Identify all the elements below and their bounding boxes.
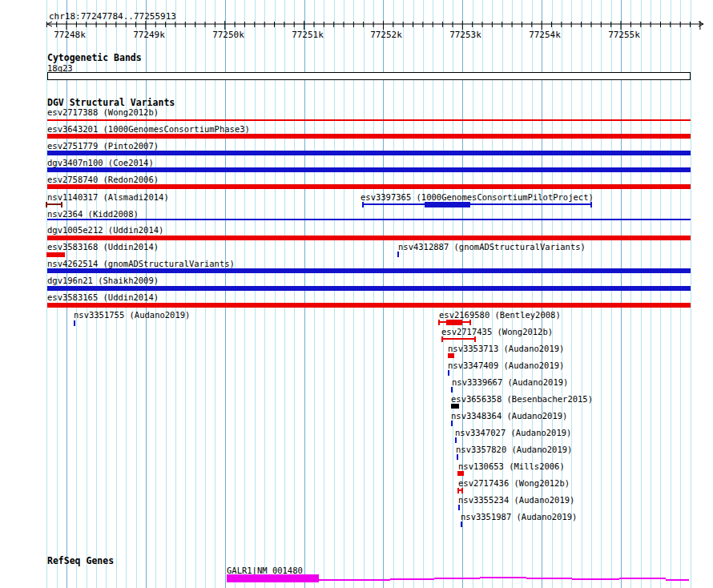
ibeam-end-tick xyxy=(590,202,592,207)
variant-label[interactable]: esv2751779 (Pinto2007) xyxy=(47,141,159,151)
variant-glyph-ibeam[interactable] xyxy=(441,336,476,342)
variant-glyph-bar[interactable] xyxy=(47,286,691,291)
gridline-minor xyxy=(166,0,167,588)
variant-glyph-ibeam[interactable] xyxy=(457,488,463,493)
gene-intron-line xyxy=(390,578,434,580)
gridline-minor xyxy=(691,0,691,588)
gridline-minor xyxy=(660,0,661,588)
variant-label[interactable]: esv3643201 (1000GenomesConsortiumPhase3) xyxy=(47,124,250,134)
cytoband-glyph xyxy=(47,72,691,80)
section-header-cytogenetic-bands: Cytogenetic Bands xyxy=(47,53,142,63)
variant-label[interactable]: dgv196n21 (Shaikh2009) xyxy=(47,276,159,285)
variant-glyph-bar[interactable] xyxy=(47,236,691,240)
section-header-refseq-genes: RefSeq Genes xyxy=(47,556,114,566)
variant-label[interactable]: esv2758740 (Redon2006) xyxy=(47,175,159,184)
variant-label[interactable]: nsv3357820 (Audano2019) xyxy=(456,445,572,454)
variant-glyph-tick[interactable] xyxy=(74,320,75,326)
variant-label[interactable]: dgv1005e212 (Uddin2014) xyxy=(47,225,163,235)
gridline-minor xyxy=(244,0,245,588)
gridline-minor xyxy=(443,0,444,588)
gene-exon-box[interactable] xyxy=(227,574,319,582)
gridline-minor xyxy=(255,0,256,588)
ibeam-end-tick xyxy=(438,320,440,325)
variant-glyph-bar[interactable] xyxy=(448,353,454,358)
variant-label[interactable]: esv2717436 (Wong2012b) xyxy=(458,478,570,488)
variant-glyph-ibeam[interactable] xyxy=(46,202,62,207)
variant-glyph-hline[interactable] xyxy=(47,119,691,121)
variant-label[interactable]: esv3656358 (Besenbacher2015) xyxy=(451,394,593,404)
variant-glyph-bar[interactable] xyxy=(47,184,691,189)
variant-glyph-bar[interactable] xyxy=(47,134,691,139)
variant-glyph-bar[interactable] xyxy=(47,167,691,172)
gridline-minor xyxy=(175,0,176,588)
ruler-tick-label: 77250k xyxy=(212,30,244,40)
ibeam-end-tick xyxy=(362,202,364,207)
gridline-minor xyxy=(185,0,186,588)
ruler-tick-label: 77252k xyxy=(370,30,402,40)
gridline-minor xyxy=(453,0,453,588)
variant-label[interactable]: esv2717388 (Wong2012b) xyxy=(47,107,159,117)
ruler-tick-label: 77251k xyxy=(292,30,324,40)
gridline-minor xyxy=(284,0,285,588)
gridline-major xyxy=(304,0,305,588)
gridline-major xyxy=(621,0,622,588)
variant-glyph-tick[interactable] xyxy=(448,370,449,376)
variant-label[interactable]: nsv3347027 (Audano2019) xyxy=(455,428,571,437)
variant-glyph-tick[interactable] xyxy=(451,421,453,426)
gridline-minor xyxy=(582,0,582,588)
variant-label[interactable]: nsv3351987 (Audano2019) xyxy=(461,512,577,522)
variant-glyph-tick[interactable] xyxy=(457,454,458,460)
gridline-minor xyxy=(423,0,424,588)
variant-glyph-tick[interactable] xyxy=(397,252,399,257)
variant-glyph-ibeam[interactable] xyxy=(362,202,592,207)
variant-label[interactable]: nsv3348364 (Audano2019) xyxy=(451,411,567,421)
gridline-minor xyxy=(353,0,354,588)
variant-label[interactable]: dgv3407n100 (Coe2014) xyxy=(47,158,154,167)
variant-glyph-bar[interactable] xyxy=(451,404,459,409)
variant-glyph-ibeam[interactable] xyxy=(438,320,471,325)
variant-label[interactable]: nsv1140317 (Alsmadi2014) xyxy=(47,192,169,202)
variant-glyph-tick[interactable] xyxy=(455,437,457,443)
gridline-minor xyxy=(294,0,295,588)
variant-label[interactable]: esv3583165 (Uddin2014) xyxy=(47,292,159,302)
variant-label[interactable]: esv3397365 (1000GenomesConsortiumPilotPr… xyxy=(361,192,594,202)
variant-label[interactable]: nsv3347409 (Audano2019) xyxy=(448,360,564,370)
variant-label[interactable]: nsv4262514 (gnomADStructuralVariants) xyxy=(47,259,235,268)
genome-browser-view: chr18:77247784..77255913 77248k77249k772… xyxy=(0,0,713,588)
gridline-minor xyxy=(195,0,196,588)
variant-glyph-tick[interactable] xyxy=(458,505,460,510)
gridline-minor xyxy=(641,0,642,588)
gridline-minor xyxy=(215,0,216,588)
variant-label[interactable]: esv2717435 (Wong2012b) xyxy=(441,327,553,336)
gridline-minor xyxy=(264,0,265,588)
variant-glyph-hline[interactable] xyxy=(47,219,691,220)
gridline-minor xyxy=(373,0,374,588)
variant-label[interactable]: esv3583168 (Uddin2014) xyxy=(47,242,159,252)
variant-label[interactable]: nsv130653 (Mills2006) xyxy=(458,461,565,471)
gridline-minor xyxy=(364,0,365,588)
variant-label[interactable]: nsv4312887 (gnomADStructuralVariants) xyxy=(398,242,586,252)
gridline-minor xyxy=(314,0,315,588)
variant-label[interactable]: nsv3339667 (Audano2019) xyxy=(452,377,568,387)
variant-label[interactable]: nsv3355234 (Audano2019) xyxy=(458,495,574,505)
variant-glyph-bar[interactable] xyxy=(47,151,691,155)
ibeam-box xyxy=(425,202,470,207)
gene-intron-line xyxy=(572,578,619,580)
variant-glyph-bar[interactable] xyxy=(47,268,691,273)
gridline-minor xyxy=(324,0,324,588)
variant-glyph-tick[interactable] xyxy=(461,522,462,527)
variant-label[interactable]: nsv2364 (Kidd2008) xyxy=(47,209,139,219)
ibeam-box xyxy=(446,320,462,325)
variant-label[interactable]: nsv3353713 (Audano2019) xyxy=(448,344,564,353)
variant-label[interactable]: nsv3351755 (Audano2019) xyxy=(74,310,190,320)
variant-glyph-tick[interactable] xyxy=(451,387,453,393)
ruler-tick-label: 77248k xyxy=(54,30,86,40)
variant-glyph-bar[interactable] xyxy=(47,303,691,308)
ibeam-end-tick xyxy=(441,336,443,342)
gridline-minor xyxy=(433,0,433,588)
variant-glyph-bar[interactable] xyxy=(46,252,65,257)
gridline-minor xyxy=(671,0,671,588)
gridline-minor xyxy=(205,0,206,588)
variant-label[interactable]: esv2169580 (Bentley2008) xyxy=(439,310,561,320)
variant-glyph-bar[interactable] xyxy=(457,471,464,476)
